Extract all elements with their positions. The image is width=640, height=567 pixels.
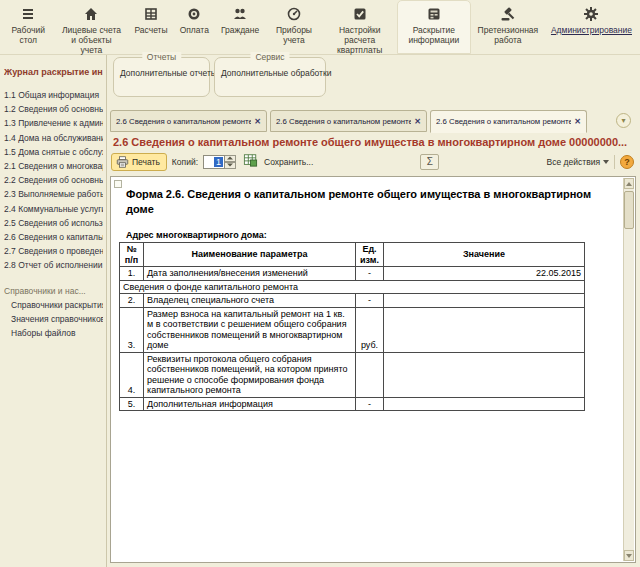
form-heading: Форма 2.6. Сведения о капитальном ремонт… <box>126 187 598 217</box>
coin-icon <box>186 6 202 22</box>
all-actions-button[interactable]: Все действия <box>547 157 609 167</box>
sidebar-item-8[interactable]: 2.3 Выполняемые работы ... <box>4 187 103 201</box>
top-nav-item-label: Раскрытие информации <box>403 25 465 45</box>
panel-reports-legend: Отчеты <box>142 52 181 62</box>
tab-label: 2.6 Сведения о капитальном ремонте об... <box>116 117 251 126</box>
top-nav-item-9[interactable]: Претензионная работа <box>471 0 545 54</box>
spreadsheet-document[interactable]: Форма 2.6. Сведения о капитальном ремонт… <box>110 176 636 563</box>
sidebar-item-7[interactable]: 2.2 Сведения об основных ... <box>4 173 103 187</box>
sidebar-item-2[interactable]: 1.2 Сведения об основных ... <box>4 102 103 116</box>
save-button[interactable]: Сохранить... <box>264 157 313 167</box>
top-nav-item-label: Оплата <box>180 25 209 35</box>
top-nav: Рабочий столЛицевые счета и объекты учет… <box>0 0 640 55</box>
top-nav-item-10[interactable]: Администрирование <box>545 0 638 54</box>
name-cell: Реквизиты протокола общего собрания собс… <box>144 352 356 397</box>
top-nav-item-7[interactable]: Настройки расчета квартплаты <box>323 0 397 54</box>
top-nav-item-6[interactable]: Приборы учета <box>265 0 322 54</box>
unit-cell: - <box>356 267 384 281</box>
close-icon[interactable]: ✕ <box>574 117 581 126</box>
scroll-up-icon[interactable] <box>624 178 634 189</box>
sidebar-item-10[interactable]: 2.5 Сведения об использов... <box>4 216 103 230</box>
value-cell <box>384 352 585 397</box>
top-nav-item-5[interactable]: Граждане <box>215 0 265 54</box>
vertical-scrollbar[interactable] <box>623 178 634 561</box>
tab-3[interactable]: 2.6 Сведения о капитальном ремонте общ..… <box>430 110 587 133</box>
close-icon[interactable]: ✕ <box>254 117 261 126</box>
sidebar-item-13[interactable]: 2.8 Отчет об исполнении д... <box>4 258 103 272</box>
top-nav-item-3[interactable]: Расчеты <box>128 0 173 54</box>
sidebar-item-1[interactable]: 1.1 Общая информация <box>4 88 103 102</box>
col-header-num: № п/п <box>120 243 144 267</box>
sidebar-item-3[interactable]: 1.3 Привлечение к админи... <box>4 116 103 130</box>
sidebar-items: 1.1 Общая информация1.2 Сведения об осно… <box>4 88 103 273</box>
copies-value: 1 <box>214 157 223 167</box>
register-icon <box>143 6 159 22</box>
help-button[interactable]: ? <box>620 155 634 169</box>
top-nav-item-label: Лицевые счета и объекты учета <box>60 25 122 55</box>
close-icon[interactable]: ✕ <box>414 117 421 126</box>
copies-stepper: 1 <box>203 155 236 169</box>
value-cell <box>384 307 585 352</box>
sidebar-header[interactable]: Журнал раскрытие ин... <box>4 67 103 77</box>
sidebar-item-12[interactable]: 2.7 Сведения о проведенн... <box>4 244 103 258</box>
sidebar-group-item-2[interactable]: Значения справочников ... <box>11 312 103 326</box>
print-button[interactable]: Печать <box>111 153 167 171</box>
copies-increment-button[interactable] <box>225 155 236 162</box>
copies-input[interactable]: 1 <box>203 155 225 169</box>
unit-cell: - <box>356 397 384 411</box>
sidebar-group-item-3[interactable]: Наборы файлов <box>11 326 103 340</box>
copies-decrement-button[interactable] <box>225 162 236 169</box>
top-nav-item-8[interactable]: Раскрытие информации <box>397 0 471 54</box>
tab-2[interactable]: 2.6 Сведения о капитальном ремонте общ..… <box>270 110 427 132</box>
value-cell <box>384 397 585 411</box>
tab-list-button[interactable]: ▾ <box>616 113 631 128</box>
top-nav-item-label: Претензионная работа <box>477 25 539 45</box>
num-cell: 4. <box>120 352 144 397</box>
additional-processing-link[interactable]: Дополнительные обработки <box>221 68 325 78</box>
table-header-row: № п/п Наименование параметра Ед. изм. Зн… <box>120 243 585 267</box>
col-header-value: Значение <box>384 243 585 267</box>
table-row: 3.Размер взноса на капитальный ремонт на… <box>120 307 585 352</box>
document-toolbar: Печать Копий: 1 Сохранить... Σ Все дейст… <box>107 151 640 174</box>
main-area: Отчеты Дополнительные отчеты Сервис Допо… <box>107 55 640 567</box>
name-cell: Дата заполнения/внесения изменений <box>144 267 356 281</box>
top-nav-item-1[interactable]: Рабочий стол <box>2 0 54 54</box>
table-row: 1.Дата заполнения/внесения изменений-22.… <box>120 267 585 281</box>
tab-1[interactable]: 2.6 Сведения о капитальном ремонте об...… <box>110 110 267 132</box>
sidebar-group-header[interactable]: Справочники и нас... <box>4 286 103 296</box>
col-header-name: Наименование параметра <box>144 243 356 267</box>
top-nav-item-label: Граждане <box>221 25 259 35</box>
top-nav-item-2[interactable]: Лицевые счета и объекты учета <box>54 0 128 54</box>
disclosure-icon <box>426 6 442 22</box>
name-cell: Владелец специального счета <box>144 294 356 308</box>
print-button-label: Печать <box>132 157 160 167</box>
gauge-icon <box>286 6 302 22</box>
citizens-icon <box>232 6 248 22</box>
name-cell: Дополнительная информация <box>144 397 356 411</box>
chevron-down-icon <box>603 160 609 164</box>
table-row: 5.Дополнительная информация- <box>120 397 585 411</box>
table-row: 4.Реквизиты протокола общего собрания со… <box>120 352 585 397</box>
toolbar-separator <box>614 155 615 169</box>
sidebar-item-5[interactable]: 1.5 Дома снятые с обслуж... <box>4 145 103 159</box>
num-cell: 5. <box>120 397 144 411</box>
panel-splitter[interactable]: • • • <box>107 102 640 110</box>
sidebar-group-item-1[interactable]: Справочники раскрытия ... <box>11 298 103 312</box>
top-nav-item-label: Расчеты <box>134 25 167 35</box>
checkbox-icon <box>352 6 368 22</box>
spreadsheet-corner <box>114 180 122 188</box>
desktop-icon <box>20 6 36 22</box>
top-nav-item-4[interactable]: Оплата <box>174 0 215 54</box>
sidebar-item-6[interactable]: 2.1 Сведения о многокварт... <box>4 159 103 173</box>
sidebar-item-11[interactable]: 2.6 Сведения о капитально... <box>4 230 103 244</box>
sidebar-item-9[interactable]: 2.4 Коммунальные услуги ... <box>4 202 103 216</box>
top-nav-item-label: Приборы учета <box>271 25 316 45</box>
sidebar-group-items: Справочники раскрытия ...Значения справо… <box>4 298 103 341</box>
spreadsheet-button[interactable] <box>241 153 259 170</box>
additional-reports-link[interactable]: Дополнительные отчеты <box>120 68 209 78</box>
sum-button[interactable]: Σ <box>420 154 439 170</box>
scrollbar-thumb[interactable] <box>624 191 634 229</box>
table-section-row: Сведения о фонде капитального ремонта <box>120 280 585 294</box>
scroll-down-icon[interactable] <box>624 550 634 561</box>
sidebar-item-4[interactable]: 1.4 Дома на обслуживании <box>4 131 103 145</box>
